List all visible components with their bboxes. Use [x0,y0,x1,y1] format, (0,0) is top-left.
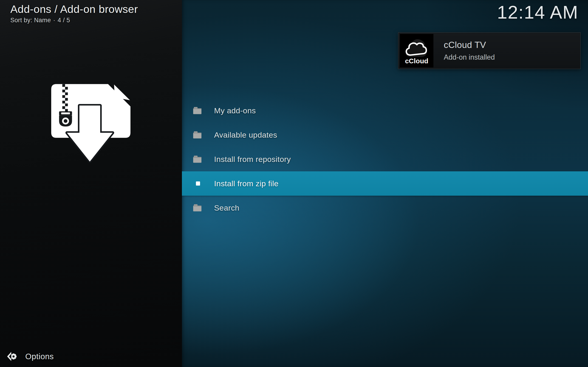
subtitle-separator: · [53,17,55,24]
sort-by-label: Sort by: Name [10,17,51,24]
options-label: Options [25,352,54,361]
menu-item-search[interactable]: Search [182,196,588,220]
zip-file-download-icon [51,84,130,163]
menu-item-label: Install from repository [214,155,291,164]
menu-item-install-from-zip-file[interactable]: Install from zip file [182,171,588,196]
left-info-panel: Add-ons / Add-on browser Sort by: Name·4… [0,0,182,367]
page-header: Add-ons / Add-on browser Sort by: Name·4… [10,3,138,24]
square-bullet-icon [196,181,200,186]
page-title: Add-ons / Add-on browser [10,3,138,15]
menu-item-label: Available updates [214,131,277,140]
menu-item-label: My add-ons [214,106,256,115]
ccloud-cloud-logo-icon: cCloud [400,34,433,67]
notification-title: cCloud TV [444,40,495,50]
notification-message: Add-on installed [444,53,495,61]
notification-texts: cCloud TV Add-on installed [444,40,495,61]
clock: 12:14 AM [497,2,578,23]
menu-item-my-add-ons[interactable]: My add-ons [182,98,588,123]
addon-browser-menu: My add-ons Available updates Install fro… [182,98,588,220]
menu-item-install-from-repository[interactable]: Install from repository [182,147,588,171]
folder-icon [193,107,202,115]
position-indicator: 4 / 5 [58,17,70,24]
svg-text:cCloud: cCloud [405,57,428,65]
menu-item-label: Search [214,203,239,212]
addon-installed-notification: cCloud cCloud TV Add-on installed [398,32,581,69]
menu-item-available-updates[interactable]: Available updates [182,123,588,147]
options-gear-arrow-icon [6,351,17,362]
addon-browser-panel: 12:14 AM cCloud cCloud TV Add-on install… [182,0,588,367]
options-button[interactable]: Options [6,351,54,362]
folder-icon [193,131,202,139]
folder-icon [193,204,202,212]
page-subtitle: Sort by: Name·4 / 5 [10,17,138,24]
folder-icon [193,156,202,163]
menu-item-label: Install from zip file [214,179,278,188]
